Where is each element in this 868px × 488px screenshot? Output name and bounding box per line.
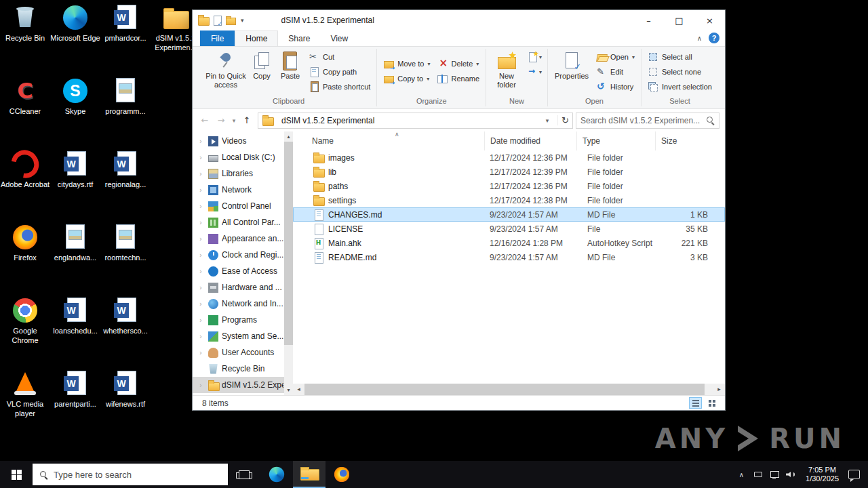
tab-home[interactable]: Home (235, 30, 278, 46)
large-icons-view-button[interactable] (705, 397, 718, 409)
network-icon[interactable] (769, 469, 780, 480)
desktop-icon[interactable]: Adobe Acrobat (0, 146, 50, 220)
open-button[interactable]: Open▾ (593, 49, 638, 64)
new-folder-button[interactable]: New folder (489, 48, 524, 91)
back-button[interactable]: ← (197, 113, 213, 129)
cut-button[interactable]: Cut (305, 49, 374, 64)
file-row[interactable]: lib 12/17/2024 12:39 PM File folder (293, 165, 725, 179)
expand-chevron-icon[interactable]: › (199, 317, 205, 324)
nav-item[interactable]: › dSIM v1.5.2 Expe... (193, 377, 293, 393)
expand-chevron-icon[interactable]: › (199, 154, 205, 161)
nav-item[interactable]: › Network (193, 182, 293, 198)
desktop-icon[interactable]: Recycle Bin (0, 0, 50, 73)
easy-access-button[interactable]: ▾ (524, 64, 545, 79)
expand-chevron-icon[interactable]: › (199, 138, 205, 145)
desktop-icon[interactable]: parentparti... (50, 366, 100, 439)
breadcrumb[interactable]: dSIM v1.5.2 Experimental (281, 116, 374, 125)
invert-selection-button[interactable]: Invert selection (644, 79, 715, 94)
address-dropdown-icon[interactable]: ▾ (541, 117, 553, 124)
file-row[interactable]: README.md 9/23/2024 1:57 AM MD File 3 KB (293, 250, 725, 264)
maximize-button[interactable]: □ (664, 10, 694, 30)
tab-share[interactable]: Share (278, 30, 320, 46)
history-button[interactable]: History (593, 79, 638, 94)
qat-new-folder-button[interactable] (225, 15, 236, 26)
scroll-down-icon[interactable]: ▾ (284, 385, 293, 395)
nav-item[interactable]: › Local Disk (C:) (193, 149, 293, 165)
properties-button[interactable]: Properties (551, 48, 593, 83)
hidden-icons-button[interactable]: ∧ (733, 471, 750, 479)
expand-chevron-icon[interactable]: › (199, 186, 205, 194)
desktop-icon[interactable]: roomtechn... (100, 220, 151, 293)
qat-customize-dropdown-icon[interactable]: ▾ (239, 17, 246, 24)
horizontal-scrollbar[interactable]: ◂ ▸ (293, 384, 725, 395)
file-row[interactable]: settings 12/17/2024 12:38 PM File folder (293, 193, 725, 207)
desktop-icon[interactable]: wifenews.rtf (100, 366, 151, 439)
details-view-button[interactable] (689, 397, 702, 409)
action-center-button[interactable] (848, 470, 860, 479)
nav-item[interactable]: › Control Panel (193, 198, 293, 214)
copy-path-button[interactable]: Copy path (305, 64, 374, 79)
scroll-up-icon[interactable]: ▴ (284, 131, 293, 142)
desktop-icon[interactable]: pmhardcor... (100, 0, 151, 73)
expand-chevron-icon[interactable]: › (199, 300, 205, 308)
file-row[interactable]: CHANGES.md 9/23/2024 1:57 AM MD File 1 K… (293, 207, 725, 222)
expand-chevron-icon[interactable]: › (199, 170, 205, 178)
help-button[interactable]: ? (709, 33, 719, 43)
column-header-date[interactable]: Date modified (484, 131, 582, 150)
file-row[interactable]: paths 12/17/2024 12:36 PM File folder (293, 179, 725, 193)
select-none-button[interactable]: Select none (644, 64, 715, 79)
taskbar-search-input[interactable] (54, 470, 221, 480)
taskbar-search[interactable] (33, 464, 228, 485)
file-row[interactable]: images 12/17/2024 12:36 PM File folder (293, 150, 725, 165)
scroll-right-icon[interactable]: ▸ (713, 384, 725, 395)
nav-item[interactable]: › Appearance an... (193, 230, 293, 247)
nav-item[interactable]: › Videos (193, 133, 293, 149)
column-header-type[interactable]: Type (576, 131, 660, 150)
nav-item[interactable]: › Programs (193, 312, 293, 328)
nav-item[interactable]: › System and Se... (193, 328, 293, 344)
desktop-icon[interactable]: regionalag... (100, 146, 151, 220)
expand-chevron-icon[interactable]: › (199, 203, 205, 210)
expand-chevron-icon[interactable]: › (199, 284, 205, 291)
nav-item[interactable]: › User Accounts (193, 344, 293, 361)
delete-button[interactable]: Delete▾ (433, 56, 483, 71)
expand-chevron-icon[interactable]: › (199, 219, 205, 226)
volume-icon[interactable] (785, 469, 796, 480)
close-button[interactable]: × (694, 10, 725, 30)
nav-item[interactable]: › Ease of Access (193, 263, 293, 279)
copy-to-button[interactable]: Copy to▾ (380, 71, 433, 86)
recent-locations-dropdown[interactable]: ▾ (229, 113, 239, 129)
nav-item[interactable]: › Clock and Regi... (193, 247, 293, 263)
taskbar-clock[interactable]: 7:05 PM 1/30/2025 (806, 466, 839, 483)
column-header-name[interactable]: ∧Name (293, 131, 490, 150)
minimize-button[interactable]: – (633, 10, 664, 30)
desktop-icon[interactable]: Microsoft Edge (50, 0, 100, 73)
desktop-icon[interactable]: loanschedu... (50, 293, 100, 366)
new-item-button[interactable]: ▾ (524, 49, 545, 64)
pin-to-quick-access-button[interactable]: Pin to Quick access (203, 48, 248, 91)
search-input[interactable] (580, 116, 706, 125)
nav-item[interactable]: › Recycle Bin (193, 361, 293, 377)
desktop-icon[interactable]: Skype (50, 73, 100, 146)
desktop-icon[interactable]: englandwa... (50, 220, 100, 293)
move-to-button[interactable]: Move to▾ (380, 56, 433, 71)
edit-button[interactable]: Edit (593, 64, 638, 79)
search-box[interactable] (576, 113, 719, 129)
start-button[interactable] (0, 461, 33, 488)
nav-item[interactable]: › Hardware and ... (193, 279, 293, 296)
task-view-button[interactable] (228, 461, 260, 488)
expand-chevron-icon[interactable]: › (199, 349, 205, 357)
expand-chevron-icon[interactable]: › (199, 235, 205, 243)
collapse-ribbon-button[interactable]: ∧ (697, 35, 702, 42)
nav-item[interactable]: › All Control Par... (193, 214, 293, 230)
scrollbar-thumb[interactable] (284, 142, 293, 345)
title-bar[interactable]: ▾ dSIM v1.5.2 Experimental – □ × (193, 10, 725, 30)
qat-properties-button[interactable] (212, 15, 222, 26)
column-header-size[interactable]: Size (655, 131, 703, 150)
nav-item[interactable]: › Network and In... (193, 296, 293, 312)
paste-button[interactable]: Paste (275, 48, 305, 83)
desktop-icon[interactable]: citydays.rtf (50, 146, 100, 220)
expand-chevron-icon[interactable]: › (199, 333, 205, 340)
refresh-button[interactable]: ↻ (557, 115, 572, 125)
expand-chevron-icon[interactable]: › (199, 382, 205, 389)
